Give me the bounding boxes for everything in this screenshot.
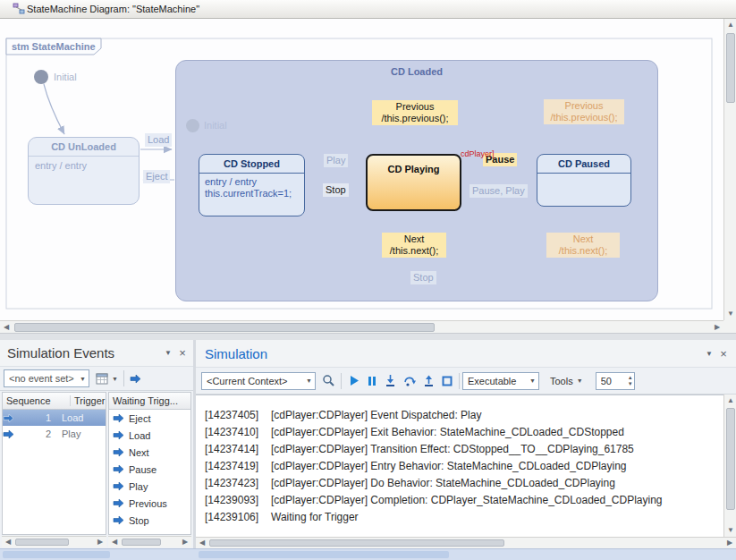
step-out-button[interactable]	[419, 371, 438, 391]
col-sequence[interactable]: Sequence	[3, 395, 71, 406]
sequence-hscrollbar: ◀ ▶	[2, 536, 106, 547]
col-waiting[interactable]: Waiting Trigg...	[109, 395, 178, 406]
log-timestamp: [14237414]	[196, 443, 271, 455]
transition-label-previous[interactable]: Previous /this.previous();	[372, 100, 458, 125]
transition-label-next[interactable]: Next /this.next();	[382, 233, 446, 258]
previous-effect: /this.previous();	[375, 113, 455, 124]
scroll-right-icon[interactable]: ▶	[711, 321, 723, 334]
log-line: [14237423] [cdPlayer:CDPlayer] Do Behavi…	[196, 474, 723, 491]
waiting-trigger-label: Load	[124, 430, 150, 441]
events-close-icon[interactable]: ×	[175, 346, 190, 360]
chevron-down-icon: ▼	[306, 378, 312, 384]
simulation-close-icon[interactable]: ×	[716, 347, 731, 361]
scroll-up-icon[interactable]: ▲	[724, 395, 736, 407]
horizontal-splitter[interactable]	[0, 333, 736, 340]
initial-node[interactable]	[34, 70, 48, 84]
state-cd-stopped-entry: entry / entry	[199, 174, 304, 187]
sequence-number: 2	[26, 428, 56, 439]
speed-spinner[interactable]: 50 ▲ ▼	[596, 372, 635, 390]
spinner-down-icon[interactable]: ▼	[628, 381, 633, 387]
waiting-trigger-item[interactable]: Load	[109, 427, 190, 444]
step-over-button[interactable]	[400, 371, 419, 391]
waiting-trigger-item[interactable]: Play	[109, 478, 190, 495]
search-button[interactable]	[319, 371, 338, 391]
mode-dropdown[interactable]: Executable ▼	[462, 372, 539, 390]
events-menu-icon[interactable]: ▼	[161, 349, 175, 357]
waiting-trigger-item[interactable]: Pause	[109, 461, 190, 478]
hscroll-thumb[interactable]	[122, 539, 161, 546]
log-timestamp: [14239106]	[196, 511, 271, 523]
next-trigger: Next	[385, 233, 444, 245]
log-hscrollbar: ◀ ▶	[196, 537, 736, 548]
scroll-down-icon[interactable]: ▼	[724, 524, 736, 537]
previous-trigger: Previous	[375, 101, 455, 113]
hscroll-thumb[interactable]	[14, 323, 435, 332]
state-cd-stopped[interactable]: CD Stopped entry / entry this.currentTra…	[199, 154, 305, 216]
vscroll-thumb[interactable]	[726, 408, 735, 510]
pause-button[interactable]	[363, 371, 381, 391]
blue-arrow-icon	[113, 430, 124, 440]
transition-label-load[interactable]: Load	[145, 133, 172, 147]
simulation-log[interactable]: [14237405] [cdPlayer:CDPlayer] Event Dis…	[196, 395, 723, 537]
event-set-grid-button[interactable]: ▼	[93, 369, 121, 388]
inner-initial-node[interactable]	[186, 119, 199, 132]
transition-context-label: cdPlayer]	[461, 149, 495, 158]
blue-arrow-icon	[113, 447, 124, 457]
scroll-right-icon[interactable]: ▶	[179, 536, 191, 548]
log-message: [cdPlayer:CDPlayer] Do Behavior: StateMa…	[271, 477, 615, 489]
scroll-down-icon[interactable]: ▼	[724, 308, 736, 320]
col-trigger[interactable]: Trigger	[71, 395, 105, 406]
diagram-icon	[13, 3, 25, 15]
sequence-row[interactable]: 1 Load	[3, 410, 106, 426]
blue-arrow-icon	[113, 464, 124, 474]
transition-label-eject[interactable]: Eject	[143, 170, 170, 183]
scroll-left-icon[interactable]: ◀	[196, 537, 208, 549]
scroll-left-icon[interactable]: ◀	[0, 321, 13, 334]
speed-value: 50	[601, 376, 628, 386]
state-cd-unloaded[interactable]: CD UnLoaded entry / entry	[28, 137, 140, 205]
state-cd-paused[interactable]: CD Paused	[537, 154, 631, 207]
transition-label-stop-faded[interactable]: Stop	[410, 271, 436, 284]
scroll-up-icon[interactable]: ▲	[724, 19, 736, 31]
scroll-right-icon[interactable]: ▶	[94, 536, 106, 548]
state-cd-stopped-title: CD Stopped	[199, 155, 304, 174]
state-cd-playing[interactable]: CD Playing	[366, 154, 461, 211]
bottom-scroll-thumb[interactable]	[3, 551, 110, 558]
transition-label-previous-faded[interactable]: Previous /this.previous();	[544, 99, 624, 124]
log-timestamp: [14239093]	[196, 494, 271, 506]
waiting-trigger-item[interactable]: Previous	[109, 495, 190, 512]
state-cd-playing-title: CD Playing	[368, 156, 460, 174]
hscroll-thumb[interactable]	[209, 539, 504, 547]
log-message: [cdPlayer:CDPlayer] Entry Behavior: Stat…	[271, 460, 627, 472]
vscroll-thumb[interactable]	[726, 33, 735, 103]
scroll-left-icon[interactable]: ◀	[2, 536, 14, 548]
state-cd-stopped-action: this.currentTrack=1;	[199, 187, 304, 199]
run-button[interactable]	[344, 371, 363, 391]
bottom-scroll-thumb[interactable]	[199, 551, 449, 558]
event-set-dropdown[interactable]: <no event set> ▼	[4, 369, 89, 387]
fire-trigger-button[interactable]	[127, 369, 144, 388]
diagram-title: StateMachine Diagram: "StateMachine"	[27, 4, 199, 14]
simulation-menu-icon[interactable]: ▼	[702, 350, 716, 358]
spinner-up-icon[interactable]: ▲	[628, 375, 633, 381]
hscroll-thumb[interactable]	[15, 539, 69, 546]
waiting-trigger-item[interactable]: Eject	[109, 410, 190, 427]
transition-label-next-faded[interactable]: Next /this.next();	[546, 233, 620, 258]
diagram-canvas[interactable]: stm StateMachine Initial CD UnLoaded ent…	[0, 19, 723, 320]
waiting-trigger-label: Previous	[124, 498, 167, 509]
step-into-button[interactable]	[381, 371, 400, 391]
waiting-trigger-item[interactable]: Next	[109, 444, 190, 461]
simulation-events-panel: Simulation Events ▼ × <no event set> ▼ ▼	[0, 340, 193, 548]
context-dropdown[interactable]: <Current Context> ▼	[201, 372, 316, 390]
transition-label-pause-play[interactable]: Pause, Play	[470, 184, 528, 198]
scroll-right-icon[interactable]: ▶	[723, 537, 736, 549]
sequence-trigger: Load	[56, 412, 83, 423]
pause-icon	[366, 375, 378, 387]
stop-button[interactable]	[438, 371, 456, 391]
sequence-row[interactable]: 2 Play	[3, 426, 106, 442]
transition-label-play[interactable]: Play	[324, 154, 348, 167]
tools-button[interactable]: Tools ▼	[545, 371, 588, 391]
transition-label-stop[interactable]: Stop	[323, 183, 349, 197]
waiting-trigger-item[interactable]: Stop	[109, 512, 190, 529]
scroll-left-icon[interactable]: ◀	[108, 536, 121, 548]
